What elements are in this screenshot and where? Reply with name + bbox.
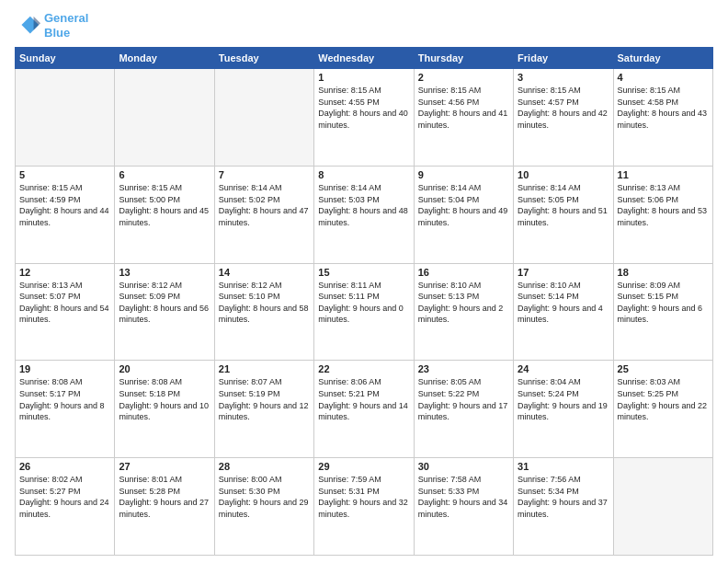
day-number: 7 [219,169,310,180]
calendar-cell: 4Sunrise: 8:15 AMSunset: 4:58 PMDaylight… [613,69,712,167]
day-number: 14 [219,267,310,278]
day-number: 19 [19,363,110,374]
calendar-cell: 11Sunrise: 8:13 AMSunset: 5:06 PMDayligh… [613,166,712,263]
calendar-cell [613,458,712,556]
cell-text: Sunrise: 8:15 AMSunset: 4:57 PMDaylight:… [518,85,609,131]
day-number: 24 [518,363,609,374]
cell-text: Sunrise: 8:14 AMSunset: 5:04 PMDaylight:… [418,182,509,228]
calendar-cell [115,69,214,167]
calendar-cell: 25Sunrise: 8:03 AMSunset: 5:25 PMDayligh… [613,361,712,458]
cell-text: Sunrise: 8:10 AMSunset: 5:13 PMDaylight:… [418,280,509,326]
cell-text: Sunrise: 8:15 AMSunset: 5:00 PMDaylight:… [119,182,210,228]
cell-text: Sunrise: 8:08 AMSunset: 5:18 PMDaylight:… [119,376,210,422]
weekday-header: Tuesday [214,48,313,69]
calendar-cell: 20Sunrise: 8:08 AMSunset: 5:18 PMDayligh… [115,361,214,458]
calendar-cell: 2Sunrise: 8:15 AMSunset: 4:56 PMDaylight… [414,69,513,167]
day-number: 4 [618,72,709,83]
calendar-cell: 26Sunrise: 8:02 AMSunset: 5:27 PMDayligh… [16,458,115,556]
calendar-cell: 6Sunrise: 8:15 AMSunset: 5:00 PMDaylight… [115,166,214,263]
cell-text: Sunrise: 8:12 AMSunset: 5:10 PMDaylight:… [219,280,310,326]
cell-text: Sunrise: 8:15 AMSunset: 4:59 PMDaylight:… [19,182,110,228]
cell-text: Sunrise: 8:10 AMSunset: 5:14 PMDaylight:… [518,280,609,326]
svg-marker-1 [34,16,40,29]
calendar-cell: 12Sunrise: 8:13 AMSunset: 5:07 PMDayligh… [16,263,115,361]
day-number: 8 [318,169,409,180]
calendar-cell [214,69,313,167]
calendar-cell: 15Sunrise: 8:11 AMSunset: 5:11 PMDayligh… [314,263,414,361]
calendar-cell: 10Sunrise: 8:14 AMSunset: 5:05 PMDayligh… [514,166,613,263]
cell-text: Sunrise: 8:15 AMSunset: 4:55 PMDaylight:… [318,85,409,131]
day-number: 25 [618,363,709,374]
day-number: 9 [418,169,509,180]
weekday-header: Sunday [16,48,115,69]
calendar-cell: 22Sunrise: 8:06 AMSunset: 5:21 PMDayligh… [314,361,414,458]
cell-text: Sunrise: 7:59 AMSunset: 5:31 PMDaylight:… [318,474,409,520]
day-number: 10 [518,169,609,180]
cell-text: Sunrise: 8:02 AMSunset: 5:27 PMDaylight:… [19,474,110,520]
header: General Blue [15,11,713,40]
calendar-cell: 31Sunrise: 7:56 AMSunset: 5:34 PMDayligh… [514,458,613,556]
weekday-header: Thursday [414,48,513,69]
day-number: 27 [119,461,210,472]
cell-text: Sunrise: 8:06 AMSunset: 5:21 PMDaylight:… [318,376,409,422]
day-number: 1 [318,72,409,83]
page: General Blue SundayMondayTuesdayWednesda… [0,0,728,563]
calendar-cell: 5Sunrise: 8:15 AMSunset: 4:59 PMDaylight… [16,166,115,263]
calendar-cell: 18Sunrise: 8:09 AMSunset: 5:15 PMDayligh… [613,263,712,361]
day-number: 22 [318,363,409,374]
calendar-cell: 27Sunrise: 8:01 AMSunset: 5:28 PMDayligh… [115,458,214,556]
calendar-cell: 29Sunrise: 7:59 AMSunset: 5:31 PMDayligh… [314,458,414,556]
cell-text: Sunrise: 8:01 AMSunset: 5:28 PMDaylight:… [119,474,210,520]
day-number: 3 [518,72,609,83]
day-number: 31 [518,461,609,472]
cell-text: Sunrise: 7:58 AMSunset: 5:33 PMDaylight:… [418,474,509,520]
day-number: 17 [518,267,609,278]
day-number: 20 [119,363,210,374]
calendar-cell: 16Sunrise: 8:10 AMSunset: 5:13 PMDayligh… [414,263,513,361]
calendar-cell: 8Sunrise: 8:14 AMSunset: 5:03 PMDaylight… [314,166,414,263]
cell-text: Sunrise: 8:08 AMSunset: 5:17 PMDaylight:… [19,376,110,422]
day-number: 2 [418,72,509,83]
day-number: 28 [219,461,310,472]
cell-text: Sunrise: 8:07 AMSunset: 5:19 PMDaylight:… [219,376,310,422]
calendar-table: SundayMondayTuesdayWednesdayThursdayFrid… [15,47,713,556]
day-number: 6 [119,169,210,180]
day-number: 12 [19,267,110,278]
logo-icon [15,13,40,39]
day-number: 5 [19,169,110,180]
calendar-cell: 19Sunrise: 8:08 AMSunset: 5:17 PMDayligh… [16,361,115,458]
cell-text: Sunrise: 8:14 AMSunset: 5:03 PMDaylight:… [318,182,409,228]
weekday-header: Saturday [613,48,712,69]
logo: General Blue [15,11,88,40]
cell-text: Sunrise: 8:15 AMSunset: 4:56 PMDaylight:… [418,85,509,131]
calendar-cell: 24Sunrise: 8:04 AMSunset: 5:24 PMDayligh… [514,361,613,458]
cell-text: Sunrise: 8:11 AMSunset: 5:11 PMDaylight:… [318,280,409,326]
calendar-cell: 30Sunrise: 7:58 AMSunset: 5:33 PMDayligh… [414,458,513,556]
calendar-cell: 3Sunrise: 8:15 AMSunset: 4:57 PMDaylight… [514,69,613,167]
cell-text: Sunrise: 7:56 AMSunset: 5:34 PMDaylight:… [518,474,609,520]
weekday-header: Friday [514,48,613,69]
calendar-cell [16,69,115,167]
day-number: 16 [418,267,509,278]
cell-text: Sunrise: 8:09 AMSunset: 5:15 PMDaylight:… [618,280,709,326]
day-number: 26 [19,461,110,472]
calendar-cell: 9Sunrise: 8:14 AMSunset: 5:04 PMDaylight… [414,166,513,263]
day-number: 21 [219,363,310,374]
day-number: 23 [418,363,509,374]
day-number: 30 [418,461,509,472]
day-number: 13 [119,267,210,278]
day-number: 29 [318,461,409,472]
cell-text: Sunrise: 8:00 AMSunset: 5:30 PMDaylight:… [219,474,310,520]
cell-text: Sunrise: 8:14 AMSunset: 5:05 PMDaylight:… [518,182,609,228]
calendar-cell: 7Sunrise: 8:14 AMSunset: 5:02 PMDaylight… [214,166,313,263]
day-number: 11 [618,169,709,180]
calendar-cell: 14Sunrise: 8:12 AMSunset: 5:10 PMDayligh… [214,263,313,361]
cell-text: Sunrise: 8:13 AMSunset: 5:06 PMDaylight:… [618,182,709,228]
cell-text: Sunrise: 8:13 AMSunset: 5:07 PMDaylight:… [19,280,110,326]
calendar-cell: 23Sunrise: 8:05 AMSunset: 5:22 PMDayligh… [414,361,513,458]
cell-text: Sunrise: 8:14 AMSunset: 5:02 PMDaylight:… [219,182,310,228]
logo-text: General Blue [44,11,88,40]
calendar-cell: 21Sunrise: 8:07 AMSunset: 5:19 PMDayligh… [214,361,313,458]
day-number: 18 [618,267,709,278]
weekday-header: Monday [115,48,214,69]
